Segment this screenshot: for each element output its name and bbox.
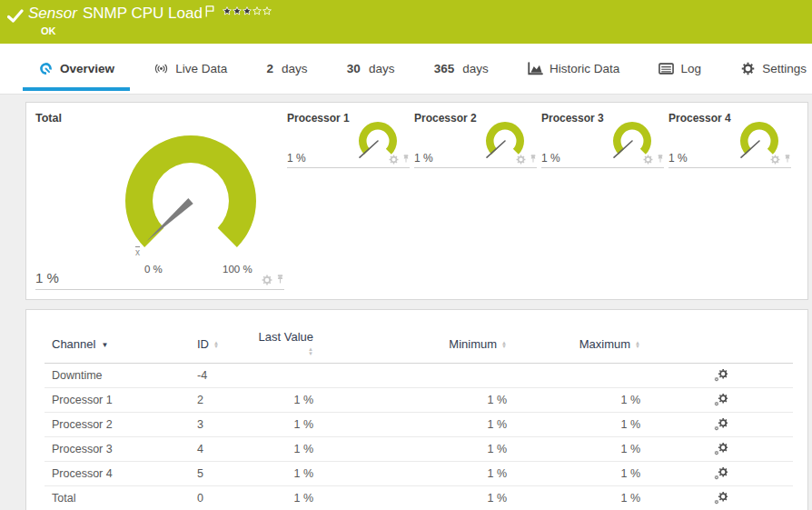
cell-last-value: 1 % [244, 388, 321, 413]
gauge-footer: 1 % [414, 152, 537, 168]
star-empty-icon[interactable] [262, 6, 272, 15]
table-row-processor-3: Processor 3 4 1 % 1 % 1 % [45, 437, 793, 462]
channel-settings-icon[interactable] [714, 467, 728, 481]
flag-icon[interactable] [205, 5, 214, 17]
cell-minimum: 1 % [321, 462, 514, 486]
tab-365-days[interactable]: 365 days [432, 44, 490, 94]
cell-maximum [514, 364, 648, 388]
gauge-gear-icon[interactable] [262, 275, 272, 285]
content-area: Total x 0 % 100 % 1 % Processor 1 [0, 95, 812, 510]
channel-settings-icon[interactable] [714, 418, 728, 432]
sort-arrows-icon: ▲▼ [213, 341, 219, 349]
tab-settings[interactable]: Settings [738, 44, 808, 94]
status-ok-check-icon [7, 9, 24, 23]
tab-historic-data[interactable]: Historic Data [526, 44, 621, 94]
table-row-downtime: Downtime -4 [45, 364, 793, 388]
gauge-footer: 1 % [35, 270, 284, 290]
cell-channel: Total [45, 486, 190, 510]
sensor-status-bar: Sensor SNMP CPU Load OK [0, 0, 812, 44]
gauge-value: 1 % [287, 152, 306, 165]
tab-2-days[interactable]: 2 days [265, 44, 310, 94]
table-row-processor-1: Processor 1 2 1 % 1 % 1 % [45, 388, 793, 413]
gauge-value: 1 % [541, 152, 560, 165]
log-icon [659, 62, 674, 75]
star-filled-icon[interactable] [223, 6, 232, 15]
gauge-gear-icon[interactable] [770, 155, 780, 165]
gauge-footer: 1 % [668, 152, 791, 168]
column-header-last-value[interactable]: Last Value▲▼ [244, 330, 321, 364]
live-icon [153, 62, 169, 75]
gauge-tile-processor-4: Processor 4 1 % [668, 112, 791, 168]
gauge-icon [38, 62, 54, 75]
tab-overview[interactable]: Overview [36, 44, 116, 94]
cell-channel: Processor 4 [45, 462, 190, 486]
tab-label: days [369, 62, 395, 75]
gauge-gear-icon[interactable] [516, 155, 526, 165]
cell-channel: Downtime [45, 364, 190, 388]
channel-settings-icon[interactable] [714, 369, 728, 383]
gauge-value: 1 % [35, 270, 59, 285]
cell-minimum: 1 % [321, 413, 514, 437]
status-badge: OK [41, 25, 56, 36]
gauge-footer: 1 % [287, 152, 410, 168]
gauge-title: Total [35, 112, 284, 125]
tab-log[interactable]: Log [657, 44, 703, 94]
sensor-title-row: Sensor SNMP CPU Load [28, 5, 272, 23]
tab-count: 2 [267, 62, 274, 75]
channels-table-body: Downtime -4 Processor 1 2 1 % 1 % 1 % Pr… [45, 364, 793, 510]
gauge-value: 1 % [668, 152, 688, 165]
gauge-gear-icon[interactable] [389, 155, 399, 165]
sort-arrows-icon: ▲▼ [501, 341, 507, 349]
gauge-pin-icon[interactable] [402, 154, 410, 165]
star-filled-icon[interactable] [243, 6, 252, 15]
channel-settings-icon[interactable] [714, 492, 728, 505]
gauge-footer: 1 % [541, 152, 664, 168]
cell-maximum: 1 % [514, 388, 648, 413]
gauge-gear-icon[interactable] [643, 155, 653, 165]
channel-settings-icon[interactable] [714, 394, 728, 407]
column-header-minimum[interactable]: Minimum▲▼ [321, 330, 514, 364]
gauge-pin-icon[interactable] [784, 154, 791, 165]
gauge-pin-icon[interactable] [276, 274, 284, 285]
settings-icon [740, 62, 756, 75]
tab-count: 30 [347, 62, 361, 75]
cell-id: 3 [190, 413, 244, 437]
star-filled-icon[interactable] [233, 6, 242, 15]
cell-maximum: 1 % [514, 462, 648, 486]
table-row-total: Total 0 1 % 1 % 1 % [45, 486, 793, 510]
tab-label: Overview [60, 62, 114, 75]
tab-label: Historic Data [550, 62, 619, 75]
gauge-pin-icon[interactable] [657, 154, 664, 165]
gauge-pin-icon[interactable] [530, 154, 537, 165]
processor-gauges: Processor 1 1 % Processor 2 1 % [287, 112, 796, 168]
cell-id: 0 [190, 486, 244, 510]
tab-bar: Overview Live Data 2 days 30 days 365 da… [0, 44, 812, 95]
column-header-channel[interactable]: Channel▼ [45, 330, 190, 364]
cell-channel: Processor 2 [45, 413, 190, 437]
column-header-maximum[interactable]: Maximum▲▼ [514, 330, 648, 364]
cell-minimum: 1 % [321, 437, 514, 462]
channel-settings-icon[interactable] [714, 443, 728, 456]
cell-maximum: 1 % [514, 486, 648, 510]
priority-stars[interactable] [223, 6, 272, 15]
tab-30-days[interactable]: 30 days [345, 44, 397, 94]
table-row-processor-4: Processor 4 5 1 % 1 % 1 % [45, 462, 793, 486]
sort-arrows-icon: ▲▼ [635, 341, 640, 349]
gauge-tile-processor-3: Processor 3 1 % [541, 112, 664, 168]
gauge-tile-total: Total x 0 % 100 % 1 % [35, 112, 284, 290]
cell-id: 2 [190, 388, 244, 413]
gauge-tile-processor-2: Processor 2 1 % [414, 112, 537, 168]
table-header-row: Channel▼ID▲▼Last Value▲▼Minimum▲▼Maximum… [45, 330, 793, 364]
star-empty-icon[interactable] [253, 6, 262, 15]
sort-desc-icon: ▼ [101, 341, 108, 349]
tab-live-data[interactable]: Live Data [152, 44, 229, 94]
tab-label: Settings [762, 62, 807, 75]
tab-count: 365 [434, 62, 455, 75]
column-header-id[interactable]: ID▲▼ [190, 330, 244, 364]
cell-last-value: 1 % [244, 413, 321, 437]
cell-maximum: 1 % [514, 413, 648, 437]
historic-icon [528, 62, 543, 75]
cell-channel: Processor 1 [45, 388, 190, 413]
cell-id: -4 [190, 364, 244, 388]
page-title: SNMP CPU Load [83, 5, 203, 23]
